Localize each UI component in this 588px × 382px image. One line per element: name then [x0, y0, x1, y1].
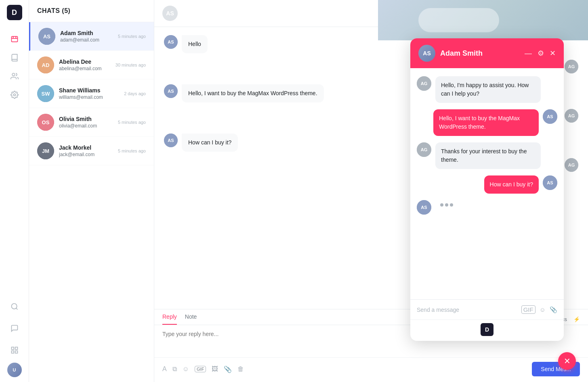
chat-name-olivia: Olivia Smith: [59, 116, 118, 122]
typing-dots: [435, 200, 458, 210]
svg-point-2: [13, 94, 15, 96]
msg-bubble-1: Hello: [182, 35, 208, 53]
widget-header-actions: — ⚙ ✕: [525, 49, 556, 58]
widget-msg-row-3: AG Thanks for your interest to buy the t…: [417, 142, 557, 169]
chat-time-shane: 2 days ago: [124, 91, 146, 96]
dot-1: [440, 203, 443, 207]
w-typing-avatar: AS: [417, 200, 431, 215]
chat-info-adam: Adam Smith adam@email.com: [60, 30, 118, 43]
chat-item-jack[interactable]: JM Jack Morkel jack@email.com 5 minutes …: [29, 137, 154, 165]
msg-bubble-3: Hello, I want to buy the MagMax WordPres…: [182, 84, 324, 102]
chat-email-shane: williams@email.com: [59, 94, 124, 100]
chat-list-title: CHATS (5): [37, 7, 146, 15]
chat-list-header: CHATS (5): [29, 0, 154, 22]
msg-avatar-3: AS: [164, 84, 178, 98]
widget-messages: AG Hello, I'm happy to assist you. How c…: [410, 68, 564, 299]
widget-settings-button[interactable]: ⚙: [538, 49, 544, 58]
chat-item-shane[interactable]: SW Shane Williams williams@email.com 2 d…: [29, 79, 154, 108]
msg-avatar-6: AG: [565, 158, 578, 172]
attachment-icon[interactable]: 📎: [224, 365, 232, 373]
chat-avatar-olivia: OS: [37, 114, 54, 131]
msg-avatar-1: AS: [164, 35, 178, 49]
widget-input[interactable]: [417, 307, 517, 313]
chat-name-jack: Jack Morkel: [59, 144, 118, 151]
msg-avatar-2: AG: [565, 60, 578, 73]
sidebar-chat[interactable]: [7, 321, 22, 336]
chat-email-olivia: olivia@email.com: [59, 123, 118, 129]
sidebar-item-inbox[interactable]: [7, 31, 22, 47]
emoji-icon[interactable]: ☺: [183, 365, 189, 373]
widget-avatar: AS: [418, 45, 435, 62]
svg-rect-5: [15, 347, 17, 350]
chat-avatar-jack: JM: [37, 142, 54, 159]
chat-avatar-shane: SW: [37, 85, 54, 102]
sidebar-bottom: U: [7, 297, 22, 377]
chat-list: AS Adam Smith adam@email.com 5 minutes a…: [29, 22, 154, 165]
sidebar-item-settings[interactable]: [7, 87, 22, 102]
chat-list-panel: CHATS (5) AS Adam Smith adam@email.com 5…: [29, 0, 154, 382]
widget-emoji-button[interactable]: ☺: [540, 306, 546, 313]
dot-2: [445, 203, 448, 207]
w-msg-avatar-1: AG: [417, 76, 431, 91]
widget-attachment-button[interactable]: 📎: [550, 306, 557, 313]
chat-email-abelina: abelina@email.com: [59, 66, 116, 71]
widget-minimize-button[interactable]: —: [525, 49, 532, 58]
chat-item-abelina[interactable]: AD Abelina Dee abelina@email.com 30 minu…: [29, 51, 154, 79]
gif-button[interactable]: GIF: [195, 366, 206, 372]
app-wrapper: D: [0, 0, 588, 382]
w-msg-avatar-3: AG: [417, 142, 431, 157]
dot-3: [450, 203, 453, 207]
w-bubble-4: How can I buy it?: [484, 175, 539, 194]
svg-point-1: [12, 73, 15, 76]
w-bubble-3: Thanks for your interest to buy the them…: [435, 142, 541, 169]
widget-input-actions: GIF ☺ 📎: [521, 305, 557, 314]
svg-point-3: [11, 304, 17, 309]
chat-name-adam: Adam Smith: [60, 30, 118, 36]
widget-name: Adam Smith: [440, 49, 520, 58]
widget-input-area: GIF ☺ 📎: [410, 299, 564, 319]
chat-name-abelina: Abelina Dee: [59, 58, 116, 65]
app-logo[interactable]: D: [7, 5, 22, 20]
w-bubble-2: Hello, I want to buy the MagMax WordPres…: [433, 109, 539, 136]
widget-header: AS Adam Smith — ⚙ ✕: [410, 38, 564, 68]
chat-item-olivia[interactable]: OS Olivia Smith olivia@email.com 5 minut…: [29, 108, 154, 137]
chat-info-shane: Shane Williams williams@email.com: [59, 87, 124, 100]
msg-bubble-5: How can I buy it?: [182, 134, 238, 152]
widget-logo: D: [481, 323, 494, 336]
format-text-icon[interactable]: A: [162, 365, 167, 373]
chat-time-adam: 5 minutes ago: [118, 34, 146, 39]
sidebar-item-users[interactable]: [7, 69, 22, 84]
msg-avatar-5: AS: [164, 134, 178, 147]
sidebar-search[interactable]: [7, 299, 22, 314]
w-msg-avatar-4: AS: [543, 175, 557, 190]
close-fab[interactable]: ✕: [558, 352, 576, 370]
chat-header-avatar: AS: [162, 6, 178, 21]
msg-avatar-4: AG: [565, 109, 578, 123]
chat-widget: AS Adam Smith — ⚙ ✕ AG Hello, I'm happy …: [410, 38, 564, 341]
chat-email-adam: adam@email.com: [60, 37, 118, 43]
widget-footer: D: [410, 319, 564, 341]
svg-rect-6: [11, 351, 14, 353]
chat-item-adam[interactable]: AS Adam Smith adam@email.com 5 minutes a…: [29, 22, 154, 51]
w-bubble-1: Hello, I'm happy to assist you. How can …: [435, 76, 541, 103]
chat-time-jack: 5 minutes ago: [118, 148, 146, 153]
sidebar-user-avatar[interactable]: U: [7, 363, 22, 377]
widget-gif-button[interactable]: GIF: [521, 305, 536, 314]
widget-close-button[interactable]: ✕: [550, 49, 556, 58]
sidebar-grid[interactable]: [7, 342, 22, 358]
chat-avatar-abelina: AD: [37, 56, 54, 73]
tab-note[interactable]: Note: [185, 313, 197, 325]
image-icon[interactable]: 🖼: [212, 365, 218, 373]
tab-reply[interactable]: Reply: [162, 313, 177, 325]
svg-rect-7: [15, 351, 17, 353]
chat-info-jack: Jack Morkel jack@email.com: [59, 144, 118, 157]
chat-time-olivia: 5 minutes ago: [118, 120, 146, 125]
copy-icon[interactable]: ⧉: [172, 365, 177, 373]
chat-avatar-adam: AS: [38, 28, 55, 45]
trash-icon[interactable]: 🗑: [237, 365, 244, 373]
w-msg-avatar-2: AS: [543, 109, 557, 124]
chat-info-abelina: Abelina Dee abelina@email.com: [59, 58, 116, 71]
widget-msg-row-4: AS How can I buy it?: [417, 175, 557, 194]
sidebar-item-book[interactable]: [7, 50, 22, 65]
chat-info-olivia: Olivia Smith olivia@email.com: [59, 116, 118, 129]
